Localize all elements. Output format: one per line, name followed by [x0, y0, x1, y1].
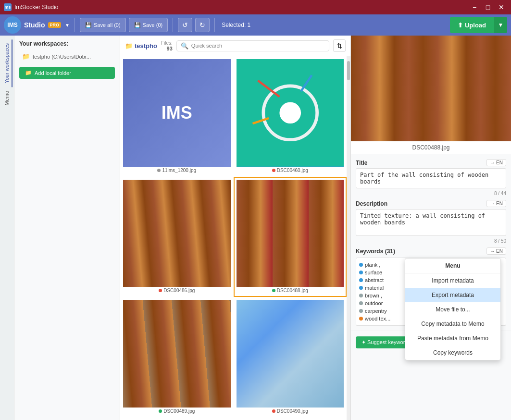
- wood-preview-image: [351, 36, 511, 141]
- file-name-dsc489: DSC00489.jpg: [123, 408, 231, 415]
- status-dot-red-2: [159, 289, 162, 292]
- title-bar: ms ImStocker Studio − □ ✕: [0, 0, 511, 14]
- maximize-button[interactable]: □: [482, 1, 494, 13]
- scroll-thumb: [347, 61, 350, 80]
- file-name-dsc460: DSC00460.jpg: [237, 167, 344, 174]
- pro-badge: PRO: [48, 22, 62, 28]
- file-item-ims[interactable]: IMS 11ims_1200.jpg: [120, 56, 234, 177]
- app-title: ImStocker Studio: [14, 4, 58, 11]
- context-menu-import[interactable]: Import metadata: [405, 273, 500, 288]
- context-menu-paste-memo[interactable]: Paste metadata from Memo: [405, 331, 500, 346]
- minimize-button[interactable]: −: [469, 1, 480, 13]
- file-item-dsc486[interactable]: DSC00486.jpg: [120, 177, 234, 297]
- thumb-sewing: [237, 59, 344, 167]
- status-dot-green-2: [159, 409, 162, 413]
- desc-char-count: 8 / 50: [356, 238, 506, 244]
- redo-button[interactable]: ↻: [195, 18, 210, 32]
- title-bar-left: ms ImStocker Studio: [4, 3, 58, 11]
- thumb-wood1: [123, 180, 231, 287]
- keywords-list: plank , surface abstract material: [356, 258, 506, 326]
- detail-panel: DSC00488.jpg Title → EN 8 / 44 Descripti…: [351, 36, 511, 420]
- title-field-label: Title → EN: [356, 159, 506, 166]
- file-item-wine[interactable]: [234, 418, 347, 420]
- add-local-folder-button[interactable]: 📁 Add local folder: [19, 67, 115, 79]
- upload-group: ⬆ Upload ▼: [450, 17, 507, 33]
- undo-button[interactable]: ↺: [178, 18, 192, 32]
- studio-logo: IMS: [4, 16, 21, 34]
- files-count: 93: [167, 46, 173, 51]
- file-item-fork[interactable]: [120, 418, 234, 420]
- upload-button[interactable]: ⬆ Upload: [450, 17, 494, 33]
- folder-path: 📁 testpho: [125, 42, 157, 49]
- context-menu-copy-keywords[interactable]: Copy keywords: [405, 346, 500, 360]
- search-box[interactable]: 🔍: [176, 40, 329, 51]
- file-grid: IMS 11ims_1200.jpg: [120, 56, 347, 420]
- sidebar-tab-workspaces[interactable]: Your workspaces: [2, 39, 12, 87]
- keywords-lang-button[interactable]: → EN: [486, 247, 506, 255]
- app-logo-icon: ms: [4, 3, 12, 11]
- file-item-dsc489[interactable]: DSC00489.jpg: [120, 297, 234, 418]
- desc-lang-button[interactable]: → EN: [486, 200, 506, 207]
- context-menu-move[interactable]: Move file to...: [405, 302, 500, 317]
- status-dot-gray: [157, 169, 161, 172]
- upload-dropdown-button[interactable]: ▼: [494, 17, 507, 33]
- thumb-wood2: [237, 180, 344, 287]
- status-dot-green: [272, 289, 275, 292]
- sort-button[interactable]: ⇅: [333, 39, 346, 52]
- title-lang-button[interactable]: → EN: [486, 159, 506, 166]
- kw-dot-blue-4: [359, 286, 363, 290]
- kw-dot-gray-3: [359, 309, 363, 313]
- detail-content: Title → EN 8 / 44 Description → EN 8 / 5…: [351, 154, 511, 331]
- kw-dot-blue: [359, 263, 363, 267]
- kw-dot-gray-2: [359, 301, 363, 305]
- main-toolbar: IMS Studio PRO ▼ 💾 Save all (0) 💾 Save (…: [0, 14, 511, 36]
- save-all-icon: 💾: [85, 22, 92, 28]
- context-menu: Menu Import metadata Export metadata Mov…: [405, 258, 501, 360]
- file-item-dsc460[interactable]: DSC00460.jpg: [234, 56, 347, 177]
- scroll-indicator[interactable]: [347, 56, 350, 420]
- context-menu-export[interactable]: Export metadata: [405, 288, 500, 302]
- thumb-paint: [237, 300, 344, 408]
- workspace-item[interactable]: 📁 testpho (C:\Users\Dobr...: [19, 51, 115, 62]
- kw-dot-blue-3: [359, 278, 363, 282]
- save-all-button[interactable]: 💾 Save all (0): [80, 18, 126, 32]
- kw-dot-gray: [359, 294, 363, 297]
- save-button[interactable]: 💾 Save (0): [129, 18, 168, 32]
- workspace-item-label: testpho (C:\Users\Dobr...: [33, 54, 91, 60]
- search-input[interactable]: [191, 43, 325, 49]
- sidebar-tab-memo[interactable]: Memo: [2, 87, 12, 110]
- file-item-dsc490[interactable]: DSC00490.jpg: [234, 297, 347, 418]
- left-sidebar: Your workspaces Memo: [0, 36, 14, 420]
- studio-dropdown-arrow[interactable]: ▼: [65, 23, 70, 28]
- title-input[interactable]: [356, 168, 506, 188]
- close-button[interactable]: ✕: [496, 1, 507, 13]
- main-layout: Your workspaces Memo Your workspaces: 📁 …: [0, 36, 511, 420]
- add-folder-icon: 📁: [25, 70, 32, 76]
- status-dot-red-3: [272, 409, 275, 413]
- desc-field-label: Description → EN: [356, 200, 506, 207]
- files-label: Files:: [161, 40, 173, 46]
- context-menu-copy-memo[interactable]: Copy metadata to Memo: [405, 317, 500, 331]
- title-bar-controls: − □ ✕: [469, 1, 507, 13]
- toolbar-divider-2: [173, 18, 173, 32]
- file-name-dsc488: DSC00488.jpg: [237, 287, 344, 294]
- status-dot-red: [272, 169, 275, 172]
- kw-dot-blue-2: [359, 271, 363, 274]
- desc-input[interactable]: [356, 209, 506, 236]
- file-name-dsc490: DSC00490.jpg: [237, 408, 344, 415]
- workspace-panel: Your workspaces: 📁 testpho (C:\Users\Dob…: [14, 36, 120, 420]
- file-name-dsc486: DSC00486.jpg: [123, 287, 231, 294]
- keywords-header: Keywords (31) → EN: [356, 247, 506, 255]
- file-item-dsc488[interactable]: DSC00488.jpg: [234, 177, 347, 297]
- folder-path-icon: 📁: [125, 42, 133, 49]
- files-count-group: Files: 93: [161, 40, 173, 51]
- keywords-section: Keywords (31) → EN plank , surface abstr…: [356, 247, 506, 326]
- context-menu-title: Menu: [405, 259, 500, 273]
- title-char-count: 8 / 44: [356, 191, 506, 196]
- folder-name: testpho: [135, 42, 157, 49]
- toolbar-divider-3: [214, 18, 215, 32]
- svg-point-2: [279, 102, 301, 124]
- file-name-ims: 11ims_1200.jpg: [123, 167, 231, 174]
- save-icon: 💾: [134, 22, 141, 28]
- thumb-ims: IMS: [123, 59, 231, 167]
